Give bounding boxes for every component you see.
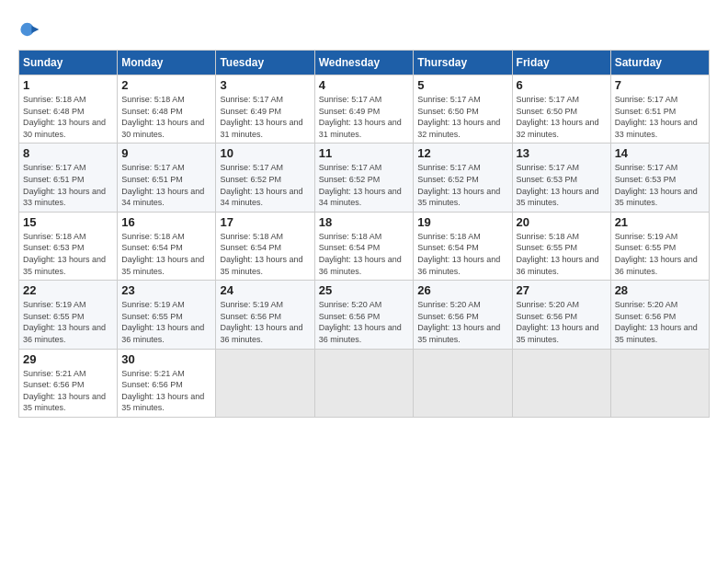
calendar-cell [414, 349, 512, 417]
calendar-week-1: 1 Sunrise: 5:18 AMSunset: 6:48 PMDayligh… [19, 75, 710, 144]
day-number: 24 [220, 283, 310, 297]
calendar-week-5: 29 Sunrise: 5:21 AMSunset: 6:56 PMDaylig… [19, 349, 710, 417]
day-number: 28 [615, 283, 705, 297]
calendar-cell: 22 Sunrise: 5:19 AMSunset: 6:55 PMDaylig… [19, 281, 118, 349]
column-header-friday: Friday [512, 51, 610, 75]
calendar-cell: 4 Sunrise: 5:17 AMSunset: 6:49 PMDayligh… [314, 75, 414, 144]
svg-marker-1 [31, 26, 39, 33]
calendar-cell: 29 Sunrise: 5:21 AMSunset: 6:56 PMDaylig… [19, 349, 118, 417]
calendar-cell: 30 Sunrise: 5:21 AMSunset: 6:56 PMDaylig… [118, 349, 216, 417]
calendar-cell: 12 Sunrise: 5:17 AMSunset: 6:52 PMDaylig… [414, 144, 512, 212]
calendar-cell: 21 Sunrise: 5:19 AMSunset: 6:55 PMDaylig… [610, 212, 709, 280]
day-info: Sunrise: 5:17 AMSunset: 6:50 PMDaylight:… [517, 94, 607, 140]
day-info: Sunrise: 5:17 AMSunset: 6:51 PMDaylight:… [121, 162, 211, 208]
calendar-cell [314, 349, 414, 417]
day-info: Sunrise: 5:20 AMSunset: 6:56 PMDaylight:… [319, 299, 410, 345]
calendar-cell: 13 Sunrise: 5:17 AMSunset: 6:53 PMDaylig… [512, 144, 610, 212]
calendar-cell: 27 Sunrise: 5:20 AMSunset: 6:56 PMDaylig… [512, 281, 610, 349]
day-info: Sunrise: 5:18 AMSunset: 6:55 PMDaylight:… [517, 231, 607, 277]
day-info: Sunrise: 5:19 AMSunset: 6:56 PMDaylight:… [220, 299, 310, 345]
day-info: Sunrise: 5:20 AMSunset: 6:56 PMDaylight:… [517, 299, 607, 345]
calendar-cell: 1 Sunrise: 5:18 AMSunset: 6:48 PMDayligh… [19, 75, 118, 144]
day-number: 18 [319, 215, 410, 229]
day-info: Sunrise: 5:17 AMSunset: 6:53 PMDaylight:… [615, 162, 705, 208]
calendar-cell: 11 Sunrise: 5:17 AMSunset: 6:52 PMDaylig… [314, 144, 414, 212]
calendar-cell: 28 Sunrise: 5:20 AMSunset: 6:56 PMDaylig… [610, 281, 709, 349]
logo-icon [18, 18, 40, 40]
day-number: 22 [23, 283, 113, 297]
day-info: Sunrise: 5:18 AMSunset: 6:54 PMDaylight:… [121, 231, 211, 277]
day-info: Sunrise: 5:20 AMSunset: 6:56 PMDaylight:… [417, 299, 507, 345]
calendar-cell: 17 Sunrise: 5:18 AMSunset: 6:54 PMDaylig… [216, 212, 314, 280]
day-number: 12 [417, 146, 507, 160]
day-info: Sunrise: 5:17 AMSunset: 6:53 PMDaylight:… [517, 162, 607, 208]
column-header-wednesday: Wednesday [314, 51, 414, 75]
day-number: 6 [517, 78, 607, 92]
day-number: 5 [417, 78, 507, 92]
day-number: 20 [517, 215, 607, 229]
calendar-cell: 16 Sunrise: 5:18 AMSunset: 6:54 PMDaylig… [118, 212, 216, 280]
day-number: 10 [220, 146, 310, 160]
column-header-saturday: Saturday [610, 51, 709, 75]
calendar-cell: 7 Sunrise: 5:17 AMSunset: 6:51 PMDayligh… [610, 75, 709, 144]
day-number: 25 [319, 283, 410, 297]
calendar-week-4: 22 Sunrise: 5:19 AMSunset: 6:55 PMDaylig… [19, 281, 710, 349]
day-number: 26 [417, 283, 507, 297]
day-info: Sunrise: 5:18 AMSunset: 6:54 PMDaylight:… [319, 231, 410, 277]
calendar-cell: 8 Sunrise: 5:17 AMSunset: 6:51 PMDayligh… [19, 144, 118, 212]
calendar-cell: 15 Sunrise: 5:18 AMSunset: 6:53 PMDaylig… [19, 212, 118, 280]
day-info: Sunrise: 5:17 AMSunset: 6:51 PMDaylight:… [615, 94, 705, 140]
day-number: 7 [615, 78, 705, 92]
calendar-cell [512, 349, 610, 417]
column-header-sunday: Sunday [19, 51, 118, 75]
calendar-cell: 25 Sunrise: 5:20 AMSunset: 6:56 PMDaylig… [314, 281, 414, 349]
day-number: 15 [23, 215, 113, 229]
day-number: 29 [23, 352, 113, 366]
day-info: Sunrise: 5:17 AMSunset: 6:50 PMDaylight:… [417, 94, 507, 140]
calendar-cell: 9 Sunrise: 5:17 AMSunset: 6:51 PMDayligh… [118, 144, 216, 212]
calendar-header-row: SundayMondayTuesdayWednesdayThursdayFrid… [19, 51, 710, 75]
day-number: 16 [121, 215, 211, 229]
calendar-cell: 14 Sunrise: 5:17 AMSunset: 6:53 PMDaylig… [610, 144, 709, 212]
day-info: Sunrise: 5:18 AMSunset: 6:48 PMDaylight:… [23, 94, 113, 140]
day-number: 1 [23, 78, 113, 92]
header [18, 18, 710, 40]
day-info: Sunrise: 5:17 AMSunset: 6:52 PMDaylight:… [417, 162, 507, 208]
day-info: Sunrise: 5:21 AMSunset: 6:56 PMDaylight:… [23, 368, 113, 414]
calendar-cell: 26 Sunrise: 5:20 AMSunset: 6:56 PMDaylig… [414, 281, 512, 349]
day-number: 21 [615, 215, 705, 229]
day-info: Sunrise: 5:18 AMSunset: 6:54 PMDaylight:… [220, 231, 310, 277]
day-info: Sunrise: 5:17 AMSunset: 6:51 PMDaylight:… [23, 162, 113, 208]
day-info: Sunrise: 5:19 AMSunset: 6:55 PMDaylight:… [23, 299, 113, 345]
calendar-cell: 5 Sunrise: 5:17 AMSunset: 6:50 PMDayligh… [414, 75, 512, 144]
day-info: Sunrise: 5:20 AMSunset: 6:56 PMDaylight:… [615, 299, 705, 345]
calendar-cell: 18 Sunrise: 5:18 AMSunset: 6:54 PMDaylig… [314, 212, 414, 280]
day-info: Sunrise: 5:17 AMSunset: 6:49 PMDaylight:… [319, 94, 410, 140]
day-number: 30 [121, 352, 211, 366]
column-header-monday: Monday [118, 51, 216, 75]
calendar-cell [216, 349, 314, 417]
day-number: 14 [615, 146, 705, 160]
day-number: 17 [220, 215, 310, 229]
calendar-week-3: 15 Sunrise: 5:18 AMSunset: 6:53 PMDaylig… [19, 212, 710, 280]
calendar-cell: 24 Sunrise: 5:19 AMSunset: 6:56 PMDaylig… [216, 281, 314, 349]
day-number: 13 [517, 146, 607, 160]
day-info: Sunrise: 5:18 AMSunset: 6:53 PMDaylight:… [23, 231, 113, 277]
calendar-table: SundayMondayTuesdayWednesdayThursdayFrid… [18, 50, 710, 418]
day-info: Sunrise: 5:21 AMSunset: 6:56 PMDaylight:… [121, 368, 211, 414]
day-number: 27 [517, 283, 607, 297]
day-info: Sunrise: 5:17 AMSunset: 6:49 PMDaylight:… [220, 94, 310, 140]
day-info: Sunrise: 5:19 AMSunset: 6:55 PMDaylight:… [615, 231, 705, 277]
column-header-tuesday: Tuesday [216, 51, 314, 75]
calendar-cell: 10 Sunrise: 5:17 AMSunset: 6:52 PMDaylig… [216, 144, 314, 212]
calendar-cell: 19 Sunrise: 5:18 AMSunset: 6:54 PMDaylig… [414, 212, 512, 280]
calendar-cell: 23 Sunrise: 5:19 AMSunset: 6:55 PMDaylig… [118, 281, 216, 349]
day-number: 3 [220, 78, 310, 92]
day-info: Sunrise: 5:17 AMSunset: 6:52 PMDaylight:… [220, 162, 310, 208]
calendar-cell: 6 Sunrise: 5:17 AMSunset: 6:50 PMDayligh… [512, 75, 610, 144]
day-number: 2 [121, 78, 211, 92]
day-number: 4 [319, 78, 410, 92]
day-number: 8 [23, 146, 113, 160]
column-header-thursday: Thursday [414, 51, 512, 75]
calendar-cell: 3 Sunrise: 5:17 AMSunset: 6:49 PMDayligh… [216, 75, 314, 144]
